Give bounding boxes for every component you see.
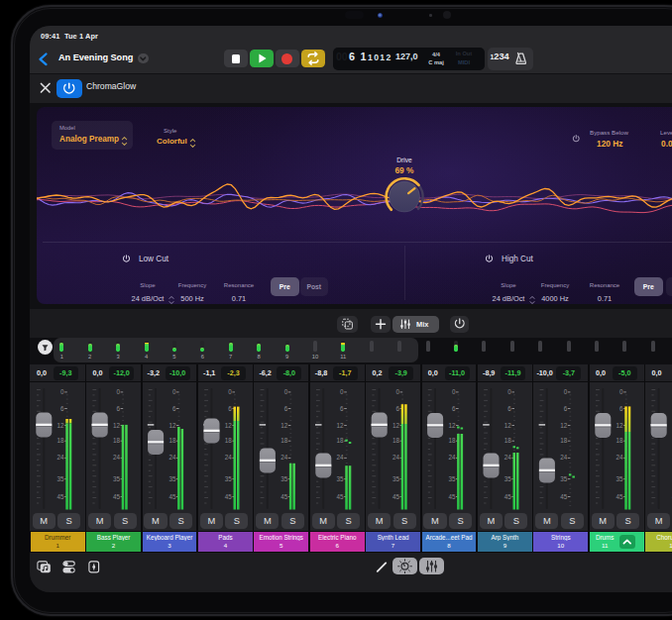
svg-text:35: 35 — [616, 475, 624, 482]
svg-text:0: 0 — [228, 388, 232, 395]
svg-text:6: 6 — [395, 405, 399, 412]
svg-text:18: 18 — [280, 437, 288, 444]
svg-text:12: 12 — [113, 422, 121, 429]
svg-text:18: 18 — [448, 437, 456, 444]
svg-text:24: 24 — [113, 454, 121, 461]
svg-text:18: 18 — [504, 437, 512, 444]
svg-text:18: 18 — [168, 437, 176, 444]
svg-text:18: 18 — [225, 437, 233, 444]
svg-text:6: 6 — [619, 405, 623, 412]
svg-text:6: 6 — [60, 405, 64, 412]
svg-text:6: 6 — [116, 405, 120, 412]
svg-text:35: 35 — [280, 475, 288, 482]
svg-text:24: 24 — [392, 454, 400, 461]
svg-text:35: 35 — [504, 475, 512, 482]
svg-text:6: 6 — [172, 405, 176, 412]
svg-text:45: 45 — [168, 493, 176, 500]
svg-text:0: 0 — [116, 388, 120, 395]
svg-text:12: 12 — [616, 422, 624, 429]
svg-text:0: 0 — [452, 388, 456, 395]
svg-text:12: 12 — [168, 422, 176, 429]
svg-text:35: 35 — [392, 475, 400, 482]
svg-text:6: 6 — [340, 405, 344, 412]
svg-text:35: 35 — [57, 475, 65, 482]
svg-text:12: 12 — [392, 422, 400, 429]
svg-text:6: 6 — [507, 405, 511, 412]
svg-text:45: 45 — [337, 493, 345, 500]
svg-text:24: 24 — [504, 454, 512, 461]
svg-text:24: 24 — [616, 454, 624, 461]
svg-text:35: 35 — [113, 475, 121, 482]
svg-text:24: 24 — [448, 454, 456, 461]
svg-text:35: 35 — [448, 475, 456, 482]
svg-text:6: 6 — [452, 405, 456, 412]
svg-text:6: 6 — [564, 405, 568, 412]
svg-text:24: 24 — [168, 454, 176, 461]
svg-text:18: 18 — [337, 437, 345, 444]
svg-text:6: 6 — [284, 405, 288, 412]
svg-text:45: 45 — [392, 493, 400, 500]
svg-text:0: 0 — [564, 388, 568, 395]
svg-text:35: 35 — [337, 475, 345, 482]
svg-text:12: 12 — [57, 422, 65, 429]
svg-text:45: 45 — [504, 493, 512, 500]
svg-text:18: 18 — [560, 437, 568, 444]
svg-text:24: 24 — [560, 454, 568, 461]
svg-text:0: 0 — [172, 388, 176, 395]
svg-text:35: 35 — [560, 475, 568, 482]
svg-text:24: 24 — [337, 454, 345, 461]
svg-text:18: 18 — [392, 437, 400, 444]
svg-text:45: 45 — [113, 493, 121, 500]
svg-text:6: 6 — [228, 405, 232, 412]
svg-text:24: 24 — [225, 454, 233, 461]
svg-text:12: 12 — [448, 422, 456, 429]
svg-text:35: 35 — [168, 475, 176, 482]
svg-text:0: 0 — [60, 388, 64, 395]
svg-text:24: 24 — [57, 454, 65, 461]
svg-text:12: 12 — [560, 422, 568, 429]
svg-text:18: 18 — [616, 437, 624, 444]
svg-text:0: 0 — [395, 388, 399, 395]
svg-text:24: 24 — [280, 454, 288, 461]
svg-text:18: 18 — [57, 437, 65, 444]
svg-text:12: 12 — [280, 422, 288, 429]
svg-text:12: 12 — [504, 422, 512, 429]
svg-text:45: 45 — [448, 493, 456, 500]
svg-text:45: 45 — [280, 493, 288, 500]
svg-text:45: 45 — [616, 493, 624, 500]
svg-text:0: 0 — [340, 388, 344, 395]
svg-text:0: 0 — [619, 388, 623, 395]
svg-text:35: 35 — [225, 475, 233, 482]
svg-text:45: 45 — [560, 493, 568, 500]
svg-text:12: 12 — [337, 422, 345, 429]
svg-text:12: 12 — [225, 422, 233, 429]
svg-text:18: 18 — [113, 437, 121, 444]
svg-text:45: 45 — [225, 493, 233, 500]
svg-text:0: 0 — [284, 388, 288, 395]
svg-text:0: 0 — [507, 388, 511, 395]
svg-text:45: 45 — [57, 493, 65, 500]
